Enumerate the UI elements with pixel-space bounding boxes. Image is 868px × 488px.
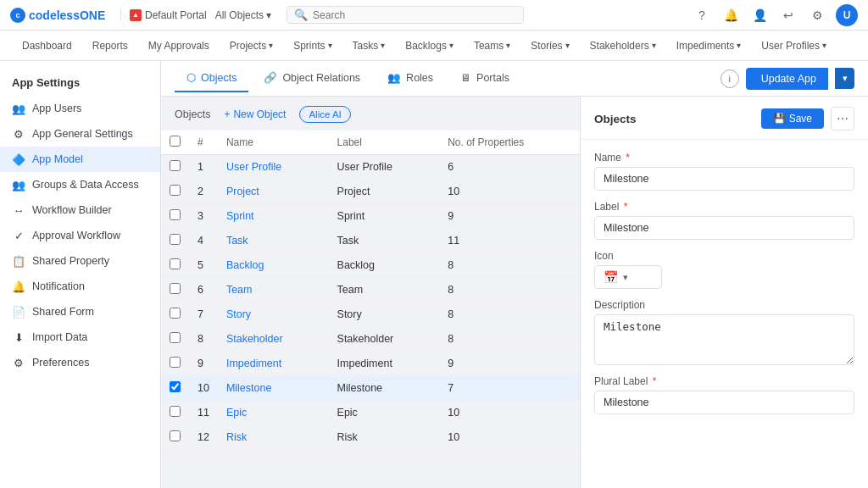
row-checkbox[interactable] — [161, 229, 189, 253]
row-name[interactable]: Sprint — [218, 204, 329, 229]
row-name[interactable]: Milestone — [218, 376, 329, 401]
row-name-link[interactable]: Backlog — [226, 259, 264, 271]
row-select-checkbox[interactable] — [170, 209, 181, 220]
search-input[interactable] — [313, 9, 516, 21]
sidebar-item-workflow-builder[interactable]: ↔ Workflow Builder — [0, 197, 160, 223]
row-checkbox[interactable] — [161, 180, 189, 204]
sidebar-item-app-model[interactable]: 🔷 App Model — [0, 147, 160, 172]
history-icon[interactable]: ↩ — [778, 5, 798, 25]
description-textarea[interactable] — [594, 314, 854, 365]
nav-stories[interactable]: Stories▾ — [522, 35, 577, 57]
nav-dashboard[interactable]: Dashboard — [14, 35, 81, 57]
sidebar-item-shared-form[interactable]: 📄 Shared Form — [0, 299, 160, 324]
sidebar-item-notification[interactable]: 🔔 Notification — [0, 274, 160, 299]
nav-projects[interactable]: Projects▾ — [221, 35, 281, 57]
row-select-checkbox[interactable] — [170, 406, 181, 417]
row-name-link[interactable]: Team — [226, 284, 253, 296]
avatar[interactable]: U — [836, 4, 858, 26]
update-app-button[interactable]: Update App — [746, 68, 828, 90]
row-name-link[interactable]: Stakeholder — [226, 333, 283, 345]
row-select-checkbox[interactable] — [170, 357, 181, 368]
row-select-checkbox[interactable] — [170, 308, 181, 319]
select-all-checkbox[interactable] — [170, 136, 181, 147]
row-checkbox[interactable] — [161, 204, 189, 229]
nav-reports[interactable]: Reports — [84, 35, 136, 57]
row-name-link[interactable]: Story — [226, 308, 251, 320]
row-checkbox[interactable] — [161, 302, 189, 327]
row-checkbox[interactable] — [161, 401, 189, 425]
row-select-checkbox[interactable] — [170, 381, 181, 392]
sidebar-item-app-users[interactable]: 👥 App Users — [0, 96, 160, 121]
tab-objects[interactable]: ⬡ Objects — [175, 64, 248, 92]
row-name[interactable]: Task — [218, 229, 329, 253]
notification-icon[interactable]: 🔔 — [721, 5, 741, 25]
search-bar[interactable]: 🔍 — [287, 6, 524, 24]
row-select-checkbox[interactable] — [170, 283, 181, 294]
row-name[interactable]: Story — [218, 302, 329, 327]
name-input[interactable] — [594, 167, 854, 191]
row-name-link[interactable]: Project — [226, 186, 259, 197]
table-row[interactable]: 6 Team Team 8 — [161, 278, 580, 302]
nav-tasks[interactable]: Tasks▾ — [344, 35, 394, 57]
settings-icon[interactable]: ⚙ — [807, 5, 827, 25]
nav-stakeholders[interactable]: Stakeholders▾ — [581, 35, 665, 57]
row-checkbox[interactable] — [161, 352, 189, 376]
update-app-dropdown-button[interactable]: ▾ — [835, 68, 854, 89]
info-icon[interactable]: i — [721, 69, 739, 88]
users-icon[interactable]: 👤 — [749, 5, 770, 25]
sidebar-item-shared-property[interactable]: 📋 Shared Property — [0, 248, 160, 274]
new-object-button[interactable]: + New Object — [217, 105, 292, 124]
row-select-checkbox[interactable] — [170, 185, 181, 196]
nav-my-approvals[interactable]: My Approvals — [140, 35, 218, 57]
table-row[interactable]: 7 Story Story 8 — [161, 302, 580, 327]
label-input[interactable] — [594, 216, 854, 240]
row-name[interactable]: User Profile — [218, 155, 329, 180]
row-name[interactable]: Stakeholder — [218, 327, 329, 352]
table-row[interactable]: 5 Backlog Backlog 8 — [161, 253, 580, 278]
nav-impediments[interactable]: Impediments▾ — [668, 35, 750, 57]
row-name-link[interactable]: Impediment — [226, 358, 281, 369]
row-name-link[interactable]: User Profile — [226, 161, 281, 173]
save-button[interactable]: 💾 Save — [761, 108, 824, 129]
table-row[interactable]: 1 User Profile User Profile 6 — [161, 155, 580, 180]
row-select-checkbox[interactable] — [170, 160, 181, 171]
plural-label-input[interactable] — [594, 391, 854, 414]
sidebar-item-import-data[interactable]: ⬇ Import Data — [0, 324, 160, 350]
row-name[interactable]: Risk — [218, 425, 329, 450]
table-row[interactable]: 8 Stakeholder Stakeholder 8 — [161, 327, 580, 352]
row-name[interactable]: Backlog — [218, 253, 329, 278]
row-name-link[interactable]: Epic — [226, 407, 247, 419]
icon-selector[interactable]: 📅 ▾ — [594, 265, 662, 289]
row-checkbox[interactable] — [161, 155, 189, 180]
row-checkbox[interactable] — [161, 278, 189, 302]
row-name-link[interactable]: Task — [226, 235, 248, 247]
row-name-link[interactable]: Risk — [226, 431, 247, 443]
table-scroll[interactable]: # Name Label No. of Properties 1 User Pr… — [161, 130, 580, 488]
nav-teams[interactable]: Teams▾ — [465, 35, 519, 57]
sidebar-item-groups-data-access[interactable]: 👥 Groups & Data Access — [0, 172, 160, 197]
more-options-button[interactable]: ⋯ — [831, 107, 854, 130]
row-select-checkbox[interactable] — [170, 430, 181, 441]
nav-sprints[interactable]: Sprints▾ — [285, 35, 340, 57]
row-select-checkbox[interactable] — [170, 258, 181, 269]
nav-backlogs[interactable]: Backlogs▾ — [397, 35, 462, 57]
sidebar-item-app-general-settings[interactable]: ⚙ App General Settings — [0, 121, 160, 147]
tab-portals[interactable]: 🖥 Portals — [448, 65, 521, 92]
table-row[interactable]: 9 Impediment Impediment 9 — [161, 352, 580, 376]
row-checkbox[interactable] — [161, 376, 189, 401]
portal-selector[interactable]: ▲ Default Portal — [120, 9, 207, 21]
help-icon[interactable]: ? — [692, 5, 712, 25]
tab-roles[interactable]: 👥 Roles — [376, 64, 445, 92]
logo[interactable]: c codelessONE — [10, 8, 112, 23]
table-row[interactable]: 11 Epic Epic 10 — [161, 401, 580, 425]
row-name-link[interactable]: Milestone — [226, 382, 272, 394]
table-row[interactable]: 2 Project Project 10 — [161, 180, 580, 204]
row-select-checkbox[interactable] — [170, 332, 181, 343]
row-name[interactable]: Epic — [218, 401, 329, 425]
row-name[interactable]: Project — [218, 180, 329, 204]
table-row[interactable]: 12 Risk Risk 10 — [161, 425, 580, 450]
sidebar-item-preferences[interactable]: ⚙ Preferences — [0, 350, 160, 375]
row-checkbox[interactable] — [161, 425, 189, 450]
row-checkbox[interactable] — [161, 327, 189, 352]
row-select-checkbox[interactable] — [170, 234, 181, 245]
